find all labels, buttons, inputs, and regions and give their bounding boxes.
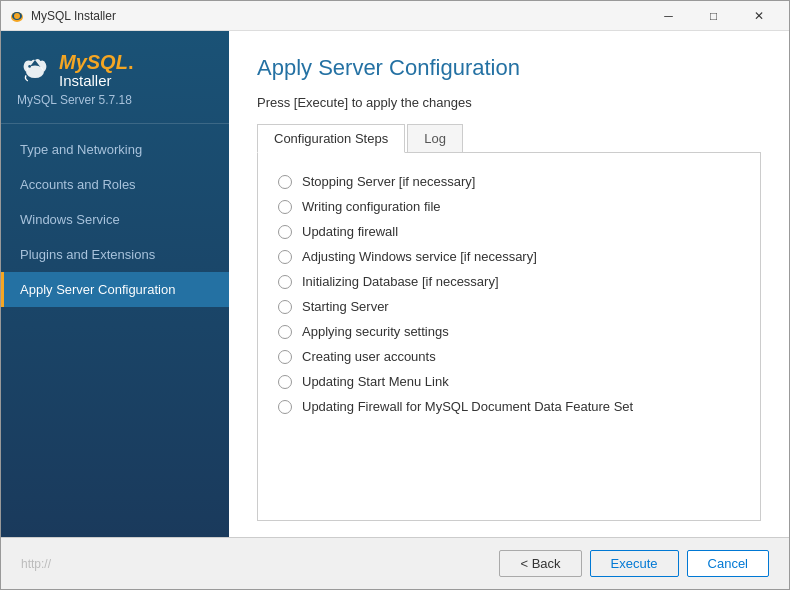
cancel-button[interactable]: Cancel <box>687 550 769 577</box>
sidebar-item-apply-config[interactable]: Apply Server Configuration <box>1 272 229 307</box>
sidebar-nav: Type and Networking Accounts and Roles W… <box>1 124 229 537</box>
main-layout: MySQL. Installer MySQL Server 5.7.18 Typ… <box>1 31 789 537</box>
dolphin-icon <box>17 52 53 88</box>
title-bar: MySQL Installer ─ □ ✕ <box>1 1 789 31</box>
app-title: MySQL Installer <box>31 9 116 23</box>
step-label-update-firewall-doc: Updating Firewall for MySQL Document Dat… <box>302 399 633 414</box>
back-button[interactable]: < Back <box>499 550 581 577</box>
app-icon <box>9 8 25 24</box>
version-text: MySQL Server 5.7.18 <box>17 93 213 107</box>
step-radio-create-accounts <box>278 350 292 364</box>
step-label-init-database: Initializing Database [if necessary] <box>302 274 499 289</box>
mysql-brand: MySQL. Installer <box>59 51 133 89</box>
content-area: Apply Server Configuration Press [Execut… <box>229 31 789 537</box>
bottom-bar: http:// < Back Execute Cancel <box>1 537 789 589</box>
installer-label: Installer <box>59 72 133 89</box>
step-start-server: Starting Server <box>278 294 740 319</box>
svg-point-2 <box>14 13 20 19</box>
sidebar: MySQL. Installer MySQL Server 5.7.18 Typ… <box>1 31 229 537</box>
content-subtitle: Press [Execute] to apply the changes <box>257 95 761 110</box>
close-button[interactable]: ✕ <box>736 1 781 31</box>
sidebar-item-plugins-extensions[interactable]: Plugins and Extensions <box>1 237 229 272</box>
step-radio-update-start-menu <box>278 375 292 389</box>
maximize-button[interactable]: □ <box>691 1 736 31</box>
step-label-update-start-menu: Updating Start Menu Link <box>302 374 449 389</box>
step-radio-start-server <box>278 300 292 314</box>
mysql-logo: MySQL. Installer <box>17 51 213 89</box>
mysql-dot: . <box>128 51 134 74</box>
minimize-button[interactable]: ─ <box>646 1 691 31</box>
step-label-start-server: Starting Server <box>302 299 389 314</box>
step-update-start-menu: Updating Start Menu Link <box>278 369 740 394</box>
sidebar-item-type-networking[interactable]: Type and Networking <box>1 132 229 167</box>
step-radio-apply-security <box>278 325 292 339</box>
step-radio-stop-server <box>278 175 292 189</box>
step-radio-init-database <box>278 275 292 289</box>
watermark: http:// <box>21 557 491 571</box>
step-write-config: Writing configuration file <box>278 194 740 219</box>
step-create-accounts: Creating user accounts <box>278 344 740 369</box>
step-update-firewall-doc: Updating Firewall for MySQL Document Dat… <box>278 394 740 419</box>
step-stop-server: Stopping Server [if necessary] <box>278 169 740 194</box>
title-bar-controls: ─ □ ✕ <box>646 1 781 31</box>
step-radio-adjust-windows-service <box>278 250 292 264</box>
step-update-firewall: Updating firewall <box>278 219 740 244</box>
execute-button[interactable]: Execute <box>590 550 679 577</box>
step-label-apply-security: Applying security settings <box>302 324 449 339</box>
sidebar-item-windows-service[interactable]: Windows Service <box>1 202 229 237</box>
step-radio-write-config <box>278 200 292 214</box>
step-radio-update-firewall <box>278 225 292 239</box>
tab-log[interactable]: Log <box>407 124 463 152</box>
step-label-update-firewall: Updating firewall <box>302 224 398 239</box>
steps-box: Stopping Server [if necessary] Writing c… <box>257 153 761 521</box>
tabs-container: Configuration Steps Log <box>257 124 761 153</box>
step-label-stop-server: Stopping Server [if necessary] <box>302 174 475 189</box>
sidebar-header: MySQL. Installer MySQL Server 5.7.18 <box>1 31 229 124</box>
sidebar-item-accounts-roles[interactable]: Accounts and Roles <box>1 167 229 202</box>
step-radio-update-firewall-doc <box>278 400 292 414</box>
title-bar-left: MySQL Installer <box>9 8 116 24</box>
tab-config-steps[interactable]: Configuration Steps <box>257 124 405 153</box>
step-init-database: Initializing Database [if necessary] <box>278 269 740 294</box>
step-label-create-accounts: Creating user accounts <box>302 349 436 364</box>
step-label-write-config: Writing configuration file <box>302 199 441 214</box>
step-apply-security: Applying security settings <box>278 319 740 344</box>
step-label-adjust-windows-service: Adjusting Windows service [if necessary] <box>302 249 537 264</box>
mysql-text: MySQL <box>59 51 128 74</box>
svg-point-4 <box>28 65 31 68</box>
step-adjust-windows-service: Adjusting Windows service [if necessary] <box>278 244 740 269</box>
page-title: Apply Server Configuration <box>257 55 761 81</box>
